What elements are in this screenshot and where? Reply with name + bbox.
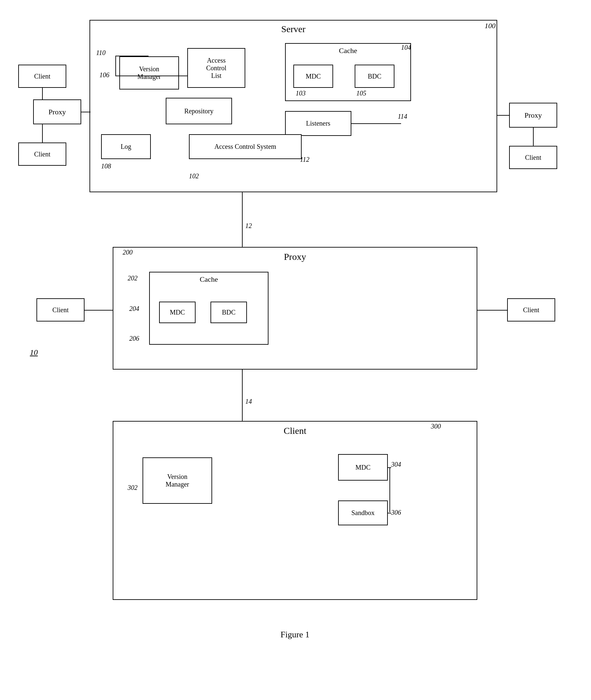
ref-206: 206 bbox=[129, 335, 139, 342]
server-mdc-label: MDC bbox=[306, 73, 321, 80]
proxy-left-to-server-line bbox=[81, 112, 90, 112]
client-bottom-left-label: Client bbox=[34, 150, 50, 158]
ref-100: 100 bbox=[484, 21, 496, 30]
listeners-label: Listeners bbox=[306, 120, 330, 127]
ref-304: 304 bbox=[391, 461, 401, 468]
proxy-client-right-box: Client bbox=[507, 298, 555, 322]
proxy-right-box: Proxy bbox=[509, 103, 557, 128]
cache-label: Cache bbox=[286, 47, 410, 55]
ref-112: 112 bbox=[300, 156, 310, 163]
ref-10: 10 bbox=[30, 348, 38, 357]
proxy-left-box: Proxy bbox=[33, 99, 81, 124]
proxy-client-left-label: Client bbox=[52, 306, 69, 314]
client-vm-box: VersionManager bbox=[142, 458, 212, 504]
version-manager-label: VersionManager bbox=[137, 65, 161, 80]
client-mdc-line-h bbox=[388, 467, 391, 468]
ref-302: 302 bbox=[128, 484, 138, 492]
ref-108: 108 bbox=[101, 162, 111, 170]
client-top-left-label: Client bbox=[34, 73, 50, 80]
proxy-left-label: Proxy bbox=[48, 108, 66, 116]
client-mdc-sandbox-line bbox=[389, 467, 390, 512]
ref-105: 105 bbox=[356, 89, 366, 97]
ref-202: 202 bbox=[128, 274, 138, 282]
ref-103: 103 bbox=[296, 89, 306, 97]
proxy-client-right-label: Client bbox=[523, 306, 539, 314]
client-mdc-box: MDC bbox=[338, 454, 388, 481]
left-client-top-line bbox=[42, 88, 43, 99]
ref-306: 306 bbox=[391, 509, 401, 516]
client-main-box: Client bbox=[113, 421, 477, 600]
acl-label: AccessControlList bbox=[206, 57, 226, 80]
ref-102: 102 bbox=[189, 172, 199, 180]
client-mdc-label: MDC bbox=[355, 464, 371, 471]
ref-106: 106 bbox=[100, 71, 109, 79]
repository-box: Repository bbox=[166, 98, 232, 124]
ref110-line-v bbox=[115, 56, 116, 76]
sandbox-label: Sandbox bbox=[351, 509, 375, 517]
repository-label: Repository bbox=[184, 108, 213, 115]
ref110-connect-line bbox=[115, 76, 187, 76]
server-label: Server bbox=[90, 24, 497, 34]
listeners-box: Listeners bbox=[285, 111, 351, 136]
proxy-client-right-line bbox=[477, 310, 507, 310]
left-client-bottom-line bbox=[42, 124, 43, 143]
proxy-client-left-box: Client bbox=[37, 298, 84, 322]
client-main-label: Client bbox=[113, 426, 477, 436]
ref-204: 204 bbox=[129, 305, 139, 312]
ref-200: 200 bbox=[123, 249, 133, 256]
client-right-box: Client bbox=[509, 146, 557, 169]
ref-300: 300 bbox=[431, 423, 441, 430]
client-bottom-left-box: Client bbox=[18, 143, 66, 166]
client-sandbox-line-h bbox=[388, 513, 391, 513]
proxy-mdc-label: MDC bbox=[170, 308, 185, 316]
proxy-right-label: Proxy bbox=[524, 111, 542, 120]
proxy-client-left-line bbox=[84, 310, 113, 310]
ref-14: 14 bbox=[245, 398, 252, 405]
proxy-right-to-client-right-line bbox=[533, 128, 534, 146]
log-box: Log bbox=[101, 134, 151, 159]
server-bdc-label: BDC bbox=[368, 73, 381, 80]
ref-104: 104 bbox=[401, 44, 411, 51]
proxy-bdc-label: BDC bbox=[222, 308, 235, 316]
figure-caption: Figure 1 bbox=[245, 630, 345, 640]
ref-12: 12 bbox=[245, 222, 252, 230]
line-server-to-proxy bbox=[242, 192, 243, 247]
sandbox-box: Sandbox bbox=[338, 500, 388, 525]
client-vm-label: VersionManager bbox=[166, 473, 189, 488]
listeners-line bbox=[351, 123, 401, 124]
acs-box: Access Control System bbox=[189, 134, 302, 159]
version-manager-box: VersionManager bbox=[119, 56, 179, 89]
acl-box: AccessControlList bbox=[187, 48, 245, 88]
server-mdc-box: MDC bbox=[293, 65, 333, 88]
acs-label: Access Control System bbox=[214, 143, 276, 150]
client-top-left-box: Client bbox=[18, 65, 66, 88]
diagram: Server 100 110 106 VersionManager Access… bbox=[0, 0, 591, 700]
proxy-cache-label: Cache bbox=[150, 275, 268, 284]
proxy-right-to-server-line bbox=[497, 115, 509, 116]
ref-114: 114 bbox=[398, 113, 407, 120]
proxy-mdc-box: MDC bbox=[159, 302, 196, 323]
ref-110: 110 bbox=[96, 49, 106, 57]
server-bdc-box: BDC bbox=[355, 65, 394, 88]
proxy-bdc-box: BDC bbox=[210, 302, 247, 323]
proxy-middle-label: Proxy bbox=[113, 252, 477, 262]
log-label: Log bbox=[121, 143, 131, 150]
client-right-label: Client bbox=[525, 154, 541, 161]
line-proxy-to-client bbox=[242, 369, 243, 421]
